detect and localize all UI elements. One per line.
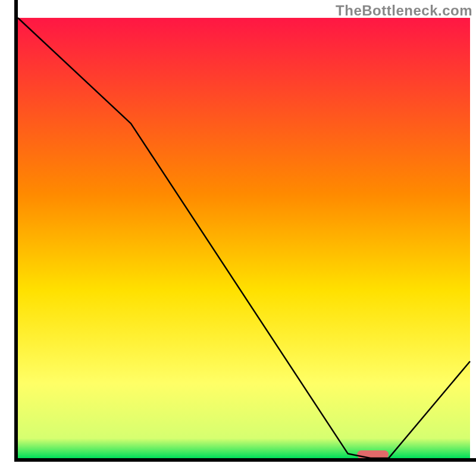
y-axis — [14, 0, 18, 462]
x-axis — [14, 458, 476, 462]
gradient-background — [18, 18, 470, 458]
bottleneck-chart: TheBottleneck.com — [0, 0, 476, 476]
watermark-text: TheBottleneck.com — [336, 2, 472, 19]
chart-svg — [0, 0, 476, 476]
